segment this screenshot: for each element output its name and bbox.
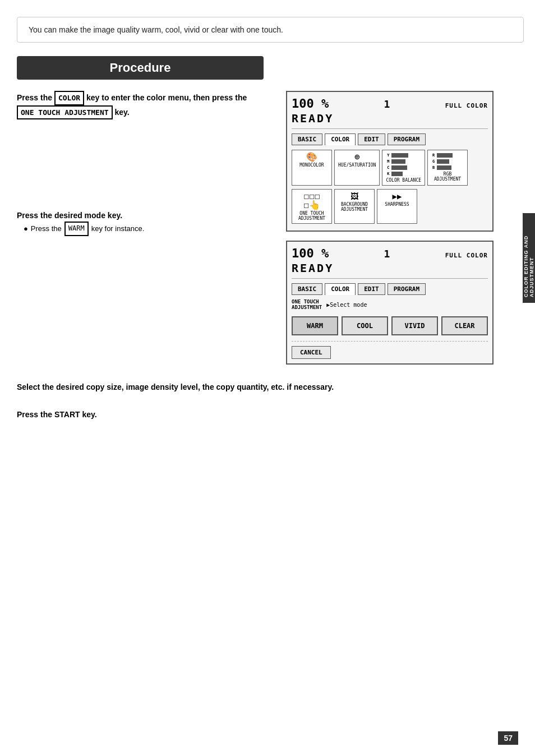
color-key: COLOR [54, 91, 84, 105]
screen2-tab-basic[interactable]: BASIC [292, 283, 322, 295]
rgb-bars: R G B [431, 153, 464, 170]
step4: Press the START key. [17, 409, 524, 421]
screen1: 100 % 1 FULL COLOR READY BASIC COLOR EDI… [286, 91, 494, 232]
screen1-copy-num: 1 [384, 98, 390, 110]
page-number: 57 [498, 731, 518, 745]
screen1-icons-row1: 🎨 MONOCOLOR ⊕ HUE/SATURATION Y M C K [292, 150, 488, 186]
step2-heading: Press the desired mode key. [17, 209, 275, 222]
screen2-percent: 100 % [292, 246, 329, 260]
tab-edit[interactable]: EDIT [358, 133, 385, 145]
screen1-percent: 100 % [292, 96, 329, 110]
screen1-full-color: FULL COLOR [445, 102, 488, 109]
step1-text: Press the COLOR key to enter the color m… [17, 91, 275, 119]
sharpness-icon: ▶▶ [381, 192, 413, 201]
sharpness-cell[interactable]: ▶▶ SHARPNESS [377, 189, 417, 224]
warm-button[interactable]: WARM [292, 316, 338, 335]
color-balance-cell[interactable]: Y M C K COLOR BALANCE [382, 150, 425, 186]
select-mode-text: ▶Select mode [326, 302, 367, 308]
one-touch-adjustment-label: ONE TOUCHADJUSTMENT [292, 299, 322, 311]
right-column: 100 % 1 FULL COLOR READY BASIC COLOR EDI… [286, 91, 524, 365]
screen1-tabs: BASIC COLOR EDIT PROGRAM [292, 133, 488, 145]
step2-bullet: ● Press the WARM key for instance. [24, 222, 275, 236]
step2-text: Press the desired mode key. ● Press the … [17, 209, 275, 236]
vivid-button[interactable]: VIVID [391, 316, 438, 335]
one-touch-select-row: ONE TOUCHADJUSTMENT ▶Select mode [292, 299, 488, 311]
one-touch-cell[interactable]: ☐☐☐☐👆 ONE TOUCHADJUSTMENT [292, 189, 332, 224]
left-column: Press the COLOR key to enter the color m… [17, 91, 275, 365]
page-container: You can make the image quality warm, coo… [0, 0, 535, 756]
screen2-tabs: BASIC COLOR EDIT PROGRAM [292, 283, 488, 295]
screen2-top-row: 100 % 1 FULL COLOR [292, 246, 488, 260]
warm-key: WARM [64, 222, 89, 236]
screen2-tab-program[interactable]: PROGRAM [388, 283, 426, 295]
monocolor-icon: 🎨 [296, 153, 328, 162]
screen2-tab-color[interactable]: COLOR [325, 283, 356, 295]
mode-buttons-row: WARM COOL VIVID CLEAR [292, 316, 488, 335]
screen1-ready: READY [292, 112, 488, 129]
bottom-steps: Select the desired copy size, image dens… [17, 381, 524, 421]
cancel-button[interactable]: CANCEL [292, 346, 331, 359]
cancel-row: CANCEL [292, 341, 488, 359]
tab-color[interactable]: COLOR [325, 133, 356, 145]
hue-saturation-icon: ⊕ [338, 153, 376, 162]
screen2-full-color: FULL COLOR [445, 252, 488, 259]
sidebar-tab: COLOR EDITING AND ADJUSTMENT [523, 213, 535, 303]
notice-text: You can make the image quality warm, coo… [29, 25, 283, 34]
screen1-icons-row2: ☐☐☐☐👆 ONE TOUCHADJUSTMENT 🖼 BACKGROUNDAD… [292, 189, 488, 224]
tab-program[interactable]: PROGRAM [388, 133, 426, 145]
background-adjustment-icon: 🖼 [338, 192, 371, 201]
background-adjustment-cell[interactable]: 🖼 BACKGROUNDADJUSTMENT [334, 189, 375, 224]
screen2-ready: READY [292, 261, 488, 279]
main-content: Press the COLOR key to enter the color m… [17, 91, 524, 365]
one-touch-icon: ☐☐☐☐👆 [296, 192, 328, 210]
notice-box: You can make the image quality warm, coo… [17, 17, 524, 43]
screen1-top-row: 100 % 1 FULL COLOR [292, 96, 488, 110]
tab-basic[interactable]: BASIC [292, 133, 322, 145]
screen2-tab-edit[interactable]: EDIT [358, 283, 385, 295]
screen2-copy-num: 1 [384, 248, 390, 260]
one-touch-key: ONE TOUCH ADJUSTMENT [17, 105, 113, 120]
monocolor-cell[interactable]: 🎨 MONOCOLOR [292, 150, 332, 186]
color-balance-bars: Y M C K [386, 153, 421, 177]
cool-button[interactable]: COOL [342, 316, 388, 335]
screen2: 100 % 1 FULL COLOR READY BASIC COLOR EDI… [286, 241, 494, 365]
clear-button[interactable]: CLEAR [441, 316, 488, 335]
rgb-adjustment-cell[interactable]: R G B RGBADJUSTMENT [427, 150, 468, 186]
hue-saturation-cell[interactable]: ⊕ HUE/SATURATION [334, 150, 380, 186]
step3: Select the desired copy size, image dens… [17, 381, 524, 393]
procedure-heading: Procedure [17, 56, 264, 80]
